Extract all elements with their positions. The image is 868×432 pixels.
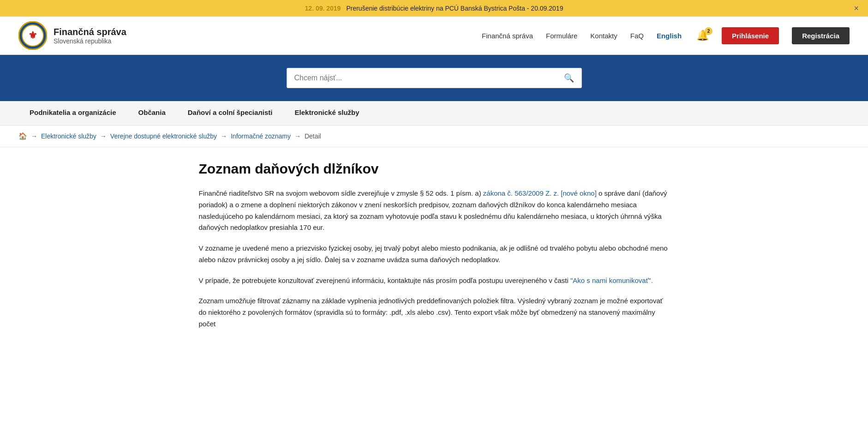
search-input[interactable] <box>287 68 557 88</box>
registracia-button[interactable]: Registrácia <box>792 27 850 44</box>
announcement-text: Prerušenie distribúcie elektriny na PCÚ … <box>346 5 563 12</box>
notification-bell[interactable]: 🔔 2 <box>696 30 709 42</box>
bell-badge: 2 <box>705 27 712 35</box>
breadcrumb-sep-2: → <box>221 132 227 140</box>
logo-icon: ⚜ <box>18 21 47 50</box>
nav-formulare[interactable]: Formuláre <box>546 32 577 40</box>
announcement-date: 12. 09. 2019 <box>305 5 341 12</box>
paragraph-4: Zoznam umožňuje filtrovať záznamy na zák… <box>199 295 670 330</box>
content-area: Zoznam daňových dlžníkov Finančné riadit… <box>180 147 688 358</box>
breadcrumb-sep-3: → <box>294 132 301 140</box>
paragraph-2: V zozname je uvedené meno a priezvisko f… <box>199 243 670 266</box>
page-title: Zoznam daňových dlžníkov <box>199 161 670 177</box>
breadcrumb-sep-0: → <box>31 132 37 140</box>
breadcrumb-elektronicke-sluzby[interactable]: Elektronické služby <box>41 132 96 140</box>
prihlasenie-button[interactable]: Prihlásenie <box>722 27 779 44</box>
search-box: 🔍 <box>287 68 582 88</box>
search-section: 🔍 <box>0 55 868 101</box>
nav-danovi-specialisti[interactable]: Daňoví a colní špeciалisti <box>177 101 284 125</box>
announcement-bar: 12. 09. 2019 Prerušenie distribúcie elek… <box>0 0 868 17</box>
announcement-close-button[interactable]: × <box>854 4 859 13</box>
breadcrumb-sep-1: → <box>100 132 107 140</box>
law-link[interactable]: zákona č. 563/2009 Z. z. [nové okno] <box>483 189 597 197</box>
category-nav: Podnikatelia a organizácie Občania Daňov… <box>0 101 868 126</box>
search-button[interactable]: 🔍 <box>557 68 581 88</box>
nav-faq[interactable]: FaQ <box>630 32 644 40</box>
logo-subtitle: Slovenská republika <box>54 37 126 45</box>
nav-elektronicke-sluzby[interactable]: Elektronické služby <box>284 101 371 125</box>
nav-podnikatelia[interactable]: Podnikatelia a organizácie <box>18 101 127 125</box>
breadcrumb-verejne-dostupne[interactable]: Verejne dostupné elektronické služby <box>110 132 217 140</box>
logo-title: Finančná správa <box>54 27 126 37</box>
logo-text: Finančná správa Slovenská republika <box>54 27 126 45</box>
header: ⚜ Finančná správa Slovenská republika Fi… <box>0 17 868 55</box>
breadcrumb-detail: Detail <box>305 132 321 140</box>
communication-link[interactable]: "Ako s nami komunikovať". <box>570 276 653 284</box>
paragraph-1: Finančné riaditeľstvo SR na svojom webov… <box>199 188 670 234</box>
svg-text:⚜: ⚜ <box>28 30 37 41</box>
nav-financna-sprava[interactable]: Finančná správa <box>482 32 533 40</box>
logo-area: ⚜ Finančná správa Slovenská republika <box>18 21 126 50</box>
home-icon[interactable]: 🏠 <box>18 132 27 140</box>
nav-kontakty[interactable]: Kontakty <box>590 32 617 40</box>
paragraph-3: V prípade, že potrebujete konzultovať zv… <box>199 275 670 287</box>
breadcrumb-informacne-zoznamy[interactable]: Informačné zoznamy <box>231 132 291 140</box>
nav-english[interactable]: English <box>657 32 682 40</box>
main-nav-links: Finančná správa Formuláre Kontakty FaQ E… <box>482 27 850 44</box>
search-icon: 🔍 <box>564 73 574 83</box>
breadcrumb: 🏠 → Elektronické služby → Verejne dostup… <box>0 126 868 147</box>
nav-obcania[interactable]: Občania <box>127 101 177 125</box>
